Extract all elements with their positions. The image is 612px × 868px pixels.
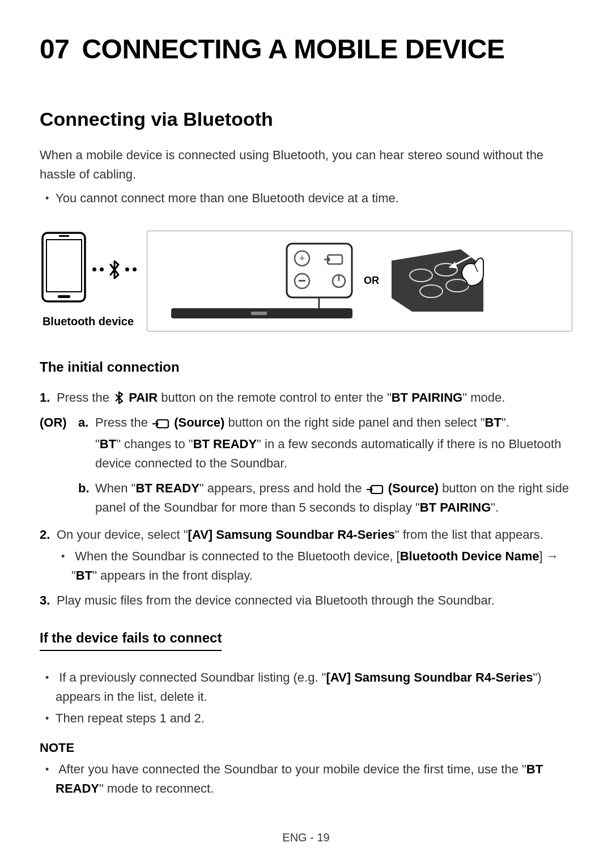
chapter-number: 07 [40, 34, 69, 64]
list-item: 1. Press the PAIR button on the remote c… [57, 388, 572, 407]
svg-rect-2 [58, 295, 70, 298]
step-text: On your device, select " [57, 527, 188, 542]
soundbar-diagram: + OR [147, 231, 572, 331]
nested-list: When the Soundbar is connected to the Bl… [57, 547, 572, 585]
step-text: " [95, 437, 100, 451]
source-icon [366, 482, 385, 495]
dot-icon [92, 267, 96, 271]
btpairing-label: BT PAIRING [420, 500, 491, 514]
svg-rect-14 [251, 312, 267, 315]
bt-label: BT [76, 568, 92, 582]
bluetooth-link [92, 259, 137, 280]
chapter-title: 07CONNECTING A MOBILE DEVICE [40, 28, 572, 70]
step-text: Press the [95, 415, 151, 429]
fails-list: If a previously connected Soundbar listi… [40, 668, 572, 728]
list-item: After you have connected the Soundbar to… [56, 760, 572, 798]
intro-paragraph: When a mobile device is connected using … [40, 146, 572, 184]
step-text: " mode to reconnect. [99, 781, 214, 795]
step-text: If a previously connected Soundbar listi… [59, 670, 326, 684]
device-name: [AV] Samsung Soundbar R4-Series [188, 527, 395, 542]
bt-label: BT [485, 415, 502, 429]
btready-label: BT READY [135, 481, 199, 495]
pair-label: PAIR [129, 390, 158, 405]
soundbar-remote-icon: + [163, 241, 356, 321]
substep-alpha: b. [78, 479, 90, 498]
source-label: (Source) [388, 481, 439, 495]
substep-para: "BT" changes to "BT READY" in a few seco… [95, 435, 572, 473]
step-text: When the Soundbar is connected to the Bl… [75, 549, 400, 563]
step-text: When " [95, 481, 135, 495]
step-text: ". [491, 500, 499, 514]
phone-caption: Bluetooth device [40, 313, 137, 330]
side-panel-icon [387, 247, 489, 315]
phone-icon [40, 232, 88, 303]
bluetooth-icon [107, 259, 122, 280]
section-title: Connecting via Bluetooth [40, 104, 572, 134]
source-label: (Source) [174, 415, 224, 429]
intro-bullet-list: You cannot connect more than one Bluetoo… [40, 189, 572, 208]
note-list: After you have connected the Soundbar to… [40, 760, 572, 798]
note-label: NOTE [40, 738, 572, 758]
or-label: OR [364, 273, 379, 289]
fails-heading: If the device fails to connect [40, 627, 222, 650]
bluetooth-icon [113, 390, 125, 403]
svg-rect-23 [371, 486, 382, 493]
svg-rect-22 [157, 420, 168, 428]
substep: b. When "BT READY" appears, press and ho… [57, 479, 572, 517]
source-icon [151, 416, 171, 429]
list-item: 3. Play music files from the device conn… [57, 591, 572, 610]
svg-rect-1 [46, 240, 82, 292]
step-text: button on the right side panel and then … [224, 415, 484, 429]
step-text: " appears in the front display. [92, 568, 253, 582]
dot-icon [125, 267, 129, 271]
mode-label: BT PAIRING [392, 390, 462, 405]
substep: a. Press the (Source) button on the righ… [57, 413, 572, 473]
step-text: Press the [57, 390, 113, 405]
initial-steps: 1. Press the PAIR button on the remote c… [40, 388, 572, 611]
step-text: Play music files from the device connect… [57, 593, 495, 607]
figure-row: Bluetooth device + OR [40, 231, 572, 331]
step-text: " changes to " [116, 437, 193, 451]
list-item: If a previously connected Soundbar listi… [56, 668, 572, 707]
step-number: 2. [40, 525, 50, 544]
step-text: " from the list that appears. [395, 527, 543, 542]
device-name-placeholder: Bluetooth Device Name [400, 549, 539, 563]
list-item: When the Soundbar is connected to the Bl… [71, 547, 572, 585]
svg-rect-4 [287, 244, 352, 297]
btready-label: BT READY [193, 437, 257, 451]
svg-rect-8 [299, 280, 305, 282]
dot-icon [133, 267, 137, 271]
step-number: 1. [40, 388, 50, 407]
device-name: [AV] Samsung Soundbar R4-Series [326, 670, 533, 684]
substep-alpha: a. [78, 413, 88, 432]
step-text: button on the remote control to enter th… [158, 390, 392, 405]
list-item: 2. On your device, select "[AV] Samsung … [57, 525, 572, 585]
svg-rect-0 [42, 233, 85, 301]
chapter-title-text: CONNECTING A MOBILE DEVICE [82, 34, 504, 64]
step-text: After you have connected the Soundbar to… [58, 762, 526, 776]
phone-group: Bluetooth device [40, 232, 137, 330]
svg-text:+: + [299, 253, 305, 264]
step-text: ". [502, 415, 509, 429]
list-item: Then repeat steps 1 and 2. [56, 709, 572, 728]
dot-icon [100, 267, 104, 271]
initial-heading: The initial connection [40, 356, 572, 377]
step-text: " mode. [462, 390, 505, 405]
list-item: You cannot connect more than one Bluetoo… [56, 189, 572, 208]
step-number: 3. [40, 591, 50, 610]
bt-label: BT [100, 437, 116, 451]
svg-rect-3 [59, 235, 69, 237]
list-item: (OR) a. Press the (Source) button on the… [57, 413, 572, 517]
page-footer: ENG - 19 [0, 829, 612, 846]
step-text: " appears, press and hold the [199, 481, 366, 495]
